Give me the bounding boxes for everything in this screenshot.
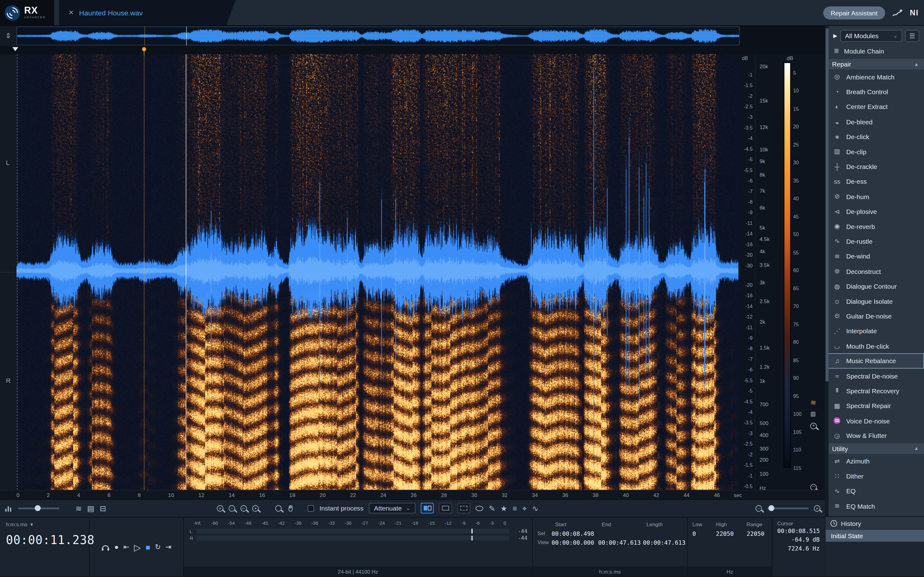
channel-left-label[interactable]: L [6, 159, 10, 166]
selection-marker-icon[interactable] [142, 47, 146, 51]
attenuate-dropdown[interactable]: Attenuate ⌄ [369, 503, 415, 514]
module-item-de-plosive[interactable]: ⊲De-plosive [825, 204, 924, 219]
blend-slider[interactable] [18, 508, 60, 509]
module-item-music-rebalance[interactable]: ♫Music Rebalance [825, 354, 924, 369]
harmonics-tool-icon[interactable]: ≡ [512, 504, 517, 513]
zoom-in-icon[interactable]: + [217, 505, 223, 511]
instant-process-checkbox[interactable] [308, 505, 314, 511]
module-item-dither[interactable]: ∷Dither [825, 469, 924, 484]
module-item-de-crackle[interactable]: ┼De-crackle [825, 159, 924, 174]
sel-start-value[interactable]: 00:00:08.498 [552, 530, 598, 538]
brush-tool-icon[interactable]: ✎ [489, 504, 495, 513]
module-item-deconstruct[interactable]: ⊚Deconstruct [825, 264, 924, 279]
playhead-line[interactable] [186, 54, 186, 490]
freq-unit-label[interactable]: Hz [688, 567, 772, 577]
section-header-repair[interactable]: Repair▲ [825, 59, 924, 69]
sel-length-value[interactable] [643, 530, 687, 538]
meters-section[interactable]: -Inf.-60-54-48-45-42-39-36-33-30-27-24-2… [184, 517, 533, 576]
module-item-eq-match[interactable]: ≅EQ Match [825, 498, 924, 514]
rewind-button[interactable]: ⇤ [123, 543, 129, 551]
magnify-tool-icon[interactable] [275, 505, 282, 511]
section-header-utility[interactable]: Utility▲ [825, 443, 924, 454]
record-button[interactable]: ● [114, 543, 119, 551]
module-item-eq[interactable]: ∿EQ [825, 484, 924, 499]
module-item-spectral-de-noise[interactable]: ≈Spectral De-noise [825, 368, 924, 384]
time-format-caret-icon[interactable]: ▾ [31, 522, 33, 528]
module-item-de-clip[interactable]: ▥De-clip [825, 144, 924, 160]
module-filter-dropdown[interactable]: All Modules ⌄ [840, 30, 902, 42]
multires-waves-icon[interactable]: ≋ [76, 504, 82, 513]
module-item-voice-de-noise[interactable]: ♒Voice De-noise [825, 413, 924, 429]
module-item-spectral-recovery[interactable]: ⇞Spectral Recovery [825, 384, 924, 398]
pointer-tool-icon[interactable]: ⌖ [522, 504, 527, 513]
channel-right-label[interactable]: R [6, 377, 10, 384]
module-item-dialogue-contour[interactable]: ◍Dialogue Contour [825, 279, 924, 294]
module-item-guitar-de-noise[interactable]: ⊝Guitar De-noise [825, 309, 924, 324]
module-item-spectral-repair[interactable]: ▦Spectral Repair [825, 398, 924, 414]
module-item-de-wind[interactable]: ≋De-wind [825, 249, 924, 264]
colorbar-column[interactable]: dB 5101520253035404550556065707580859095… [782, 54, 806, 490]
loop-button[interactable]: ↻ [155, 543, 161, 551]
module-item-de-rustle[interactable]: ∿De-rustle [825, 234, 924, 249]
overview-waveform[interactable] [17, 26, 740, 46]
loop-start-marker-icon[interactable] [12, 47, 18, 51]
view-start-value[interactable]: 00:00:00.000 [552, 538, 598, 547]
spectrogram-settings-icon[interactable]: ≋ [810, 399, 816, 406]
view-length-value[interactable]: 00:00:47.613 [643, 538, 687, 547]
hand-tool-icon[interactable] [287, 504, 295, 513]
stop-button[interactable]: ■ [145, 543, 150, 551]
meter-tap-icon[interactable]: ▥ [810, 411, 816, 417]
freq-high-value[interactable]: 22050 [716, 530, 746, 538]
modules-scrollbar[interactable] [825, 26, 829, 516]
zoom-out-icon[interactable]: − [229, 505, 235, 511]
hzoom-out-icon[interactable]: − [756, 505, 762, 511]
hzoom-in-icon[interactable]: + [814, 505, 820, 511]
frequency-ruler[interactable]: 20k15k12k10k9k8k7k6k5k4.5k4k3.5k3k2.5k2k… [755, 54, 782, 490]
repair-assistant-button[interactable]: Repair Assistant [823, 6, 885, 19]
file-tab[interactable]: ✕ Haunted House.wav [59, 0, 236, 25]
amplitude-colorbar[interactable] [784, 62, 791, 467]
module-item-dialogue-isolate[interactable]: ☺Dialogue Isolate [825, 293, 924, 309]
freq-low-value[interactable]: 0 [692, 530, 716, 538]
selection-mode-time-button[interactable] [421, 503, 434, 514]
history-item[interactable]: Initial State [825, 530, 924, 542]
waveform-spectrogram-blend-icon[interactable] [5, 505, 13, 512]
spectrogram-view[interactable] [17, 54, 738, 490]
zoom-fit-icon[interactable]: ▪ [252, 505, 259, 511]
time-ruler[interactable]: 0246810121416182022242628303234363840424… [0, 490, 825, 499]
module-item-center-extract[interactable]: ◐Center Extract [825, 99, 924, 114]
selection-mode-free-button[interactable] [457, 503, 470, 514]
tab-close-icon[interactable]: ✕ [68, 9, 74, 17]
module-item-interpolate[interactable]: ⋰Interpolate [825, 324, 924, 339]
lasso-tool-icon[interactable] [476, 506, 483, 511]
overview-expand-icon[interactable]: ⇕ [0, 26, 17, 46]
module-item-wow-flutter[interactable]: ◶Wow & Flutter [825, 429, 924, 443]
monitor-button[interactable] [101, 543, 110, 551]
play-button[interactable]: ▷ [134, 543, 141, 551]
module-chain-item[interactable]: ≣ Module Chain [825, 45, 924, 59]
module-item-de-hum[interactable]: ⊘De-hum [825, 189, 924, 204]
go-to-end-button[interactable]: ⇥ [165, 543, 171, 551]
module-item-ambience-match[interactable]: ◎Ambience Match [825, 69, 924, 85]
selection-unit-label[interactable]: h:m:s.ms [533, 567, 687, 577]
module-item-de-click[interactable]: ∗De-click [825, 129, 924, 144]
hzoom-slider[interactable] [767, 508, 809, 509]
sel-end-value[interactable] [598, 530, 643, 538]
view-end-value[interactable]: 00:00:47.613 [598, 538, 643, 547]
marker-lane[interactable] [0, 46, 825, 54]
document-icon[interactable]: ▤ [87, 504, 95, 513]
module-item-breath-control[interactable]: ◔Breath Control [825, 84, 924, 99]
repair-wand-icon[interactable] [892, 7, 903, 18]
vertical-zoom-in-icon[interactable]: + [810, 422, 817, 429]
channel-gutter[interactable]: L R [0, 54, 17, 490]
vertical-zoom-out-icon[interactable]: − [810, 484, 817, 490]
module-item-azimuth[interactable]: ⇌Azimuth [825, 454, 924, 469]
comment-icon[interactable]: ⊟ [100, 504, 106, 513]
amplitude-ruler[interactable]: dB -1-1.5-2-2.5-3-3.5-4-4.5-5-5.5-6-7-8-… [738, 54, 755, 490]
module-menu-button[interactable]: ☰ [905, 30, 919, 42]
selection-mode-timefreq-button[interactable] [439, 503, 452, 514]
module-item-de-bleed[interactable]: ◒De-bleed [825, 114, 924, 129]
module-item-de-reverb[interactable]: ◉De-reverb [825, 219, 924, 234]
time-format-label[interactable]: h:m:s.ms [6, 522, 27, 528]
module-item-mouth-de-click[interactable]: ◡Mouth De-click [825, 338, 924, 354]
